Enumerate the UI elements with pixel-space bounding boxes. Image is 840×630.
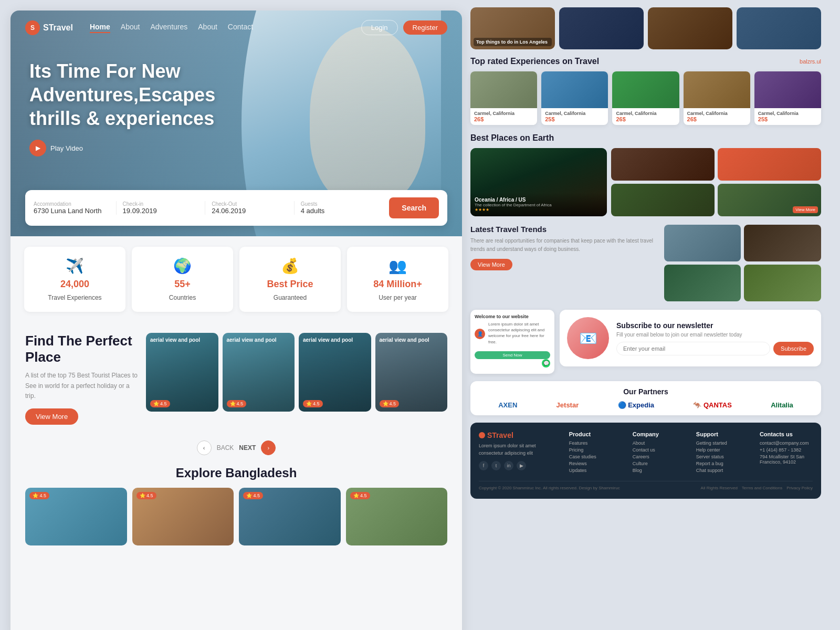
explore-title: Explore Bangladesh xyxy=(25,466,447,480)
footer-support-report-bug[interactable]: Report a bug xyxy=(696,461,749,466)
newsletter-form: Subscribe xyxy=(616,342,814,355)
footer-product-reviews[interactable]: Reviews xyxy=(569,461,622,466)
stat-num-3: 84 Million+ xyxy=(373,279,422,290)
footer-contacts-title: Contacts us xyxy=(760,431,813,437)
footer-copyright: Copyright © 2020 Shammiruc Inc. All righ… xyxy=(479,486,620,490)
best-places-header: Best Places on Earth xyxy=(470,133,821,143)
explore-rating-2: ⭐ 4.5 xyxy=(243,492,263,499)
register-button[interactable]: Register xyxy=(403,20,447,35)
twitter-icon[interactable]: t xyxy=(491,461,501,470)
partners-section: Our Partners AXEN Jetstar 🔵 Expedia 🦘 QA… xyxy=(470,381,821,415)
rated-card-img-1 xyxy=(541,71,608,108)
best-main-subtitle: The collection of the Department of Afri… xyxy=(475,203,603,207)
footer-company-about[interactable]: About xyxy=(633,440,686,446)
search-bar: Accommodation 6730 Luna Land North Check… xyxy=(25,190,447,226)
footer-top: STravel Lorem ipsum dolor sit amet conse… xyxy=(479,431,813,475)
find-view-more-button[interactable]: View More xyxy=(25,408,78,425)
login-button[interactable]: Login xyxy=(361,20,398,35)
place-card-0: aerial view and pool ⭐ 4.5 xyxy=(146,333,218,412)
footer-contacts-email[interactable]: contact@company.com xyxy=(760,440,813,446)
main-panel: S STravel Home About Adventures About Co… xyxy=(10,10,462,630)
view-more-button[interactable]: View More xyxy=(793,206,818,213)
best-main-title: Oceania / Africa / US xyxy=(475,197,603,203)
place-card-label-1: aerial view and pool xyxy=(227,337,291,343)
footer-privacy[interactable]: Privacy Policy xyxy=(786,486,813,490)
top-rated-title: Top rated Experiences on Travel xyxy=(470,57,599,66)
place-card-label-2: aerial view and pool xyxy=(303,337,367,343)
footer-description: Lorem ipsum dolor sit amet consectetur a… xyxy=(479,443,559,457)
chat-message: Lorem ipsum dolor sit amet consectetur a… xyxy=(488,321,550,345)
trends-view-more-button[interactable]: View More xyxy=(470,259,512,270)
footer-support-server-status[interactable]: Server status xyxy=(696,454,749,459)
place-card-label-3: aerial view and pool xyxy=(380,337,444,343)
top-rated-more[interactable]: balzrs.ul xyxy=(800,58,821,65)
footer-contacts-address: 794 Mcallister St San Francisco, 94102 xyxy=(760,454,813,465)
checkout-value[interactable]: 24.06.2019 xyxy=(212,207,288,215)
place-card-1: aerial view and pool ⭐ 4.5 xyxy=(223,333,295,412)
top-rated-section: Top rated Experiences on Travel balzrs.u… xyxy=(470,57,821,125)
chat-send-button[interactable]: Send Now xyxy=(475,351,550,359)
rated-cards-container: Carmel, California 26$ Carmel, Californi… xyxy=(470,71,821,125)
footer-product-case-studies[interactable]: Case studies xyxy=(569,454,622,459)
trends-title: Latest Travel Trends xyxy=(470,225,659,234)
footer-product-pricing[interactable]: Pricing xyxy=(569,447,622,453)
nav-link-home[interactable]: Home xyxy=(90,23,110,33)
footer-support-chat[interactable]: Chat support xyxy=(696,468,749,473)
nav-link-contact[interactable]: Contact xyxy=(228,23,253,33)
trend-img-2 xyxy=(664,265,741,301)
nav-link-adventures[interactable]: Adventures xyxy=(150,23,187,33)
footer-support-help-center[interactable]: Help center xyxy=(696,447,749,453)
top-rated-header: Top rated Experiences on Travel balzrs.u… xyxy=(470,57,821,66)
stat-travel-experiences: ✈️ 24,000 Travel Experiences xyxy=(24,247,125,312)
footer-contacts-phone[interactable]: +1 (414) 857 - 1382 xyxy=(760,447,813,453)
footer-product-features[interactable]: Features xyxy=(569,440,622,446)
rated-price-2: 26$ xyxy=(616,116,675,122)
footer-terms[interactable]: Terms and Conditions xyxy=(742,486,782,490)
instagram-icon[interactable]: in xyxy=(504,461,513,470)
nav-link-about1[interactable]: About xyxy=(121,23,140,33)
logo-text: STravel xyxy=(43,23,73,33)
footer-company-careers[interactable]: Careers xyxy=(633,454,686,459)
partner-jetstar: Jetstar xyxy=(556,401,579,409)
top-articles: Top things to do in Los Angeles xyxy=(470,7,821,49)
footer-support-title: Support xyxy=(696,431,749,437)
trends-left-content: Latest Travel Trends There are real oppo… xyxy=(470,225,659,301)
place-card-rating-3: ⭐ 4.5 xyxy=(380,400,400,407)
guests-value[interactable]: 4 adults xyxy=(301,207,377,215)
footer-all-rights[interactable]: All Rights Reserved xyxy=(701,486,738,490)
find-title: Find The Perfect Place xyxy=(25,333,141,365)
footer-company-contact[interactable]: Contact us xyxy=(633,447,686,453)
footer-company-col: Company About Contact us Careers Culture… xyxy=(633,431,686,475)
newsletter-email-input[interactable] xyxy=(616,342,770,355)
nav-link-about2[interactable]: About xyxy=(198,23,217,33)
explore-rating-0: ⭐ 4.5 xyxy=(29,492,49,499)
play-label: Play Video xyxy=(50,144,83,152)
facebook-icon[interactable]: f xyxy=(479,461,488,470)
newsletter-submit-button[interactable]: Subscribe xyxy=(773,342,814,355)
youtube-icon[interactable]: ▶ xyxy=(517,461,526,470)
footer-product-updates[interactable]: Updates xyxy=(569,468,622,473)
footer-legal: All Rights Reserved Terms and Conditions… xyxy=(701,486,813,490)
carousel-nav: ‹ BACK NEXT › xyxy=(10,440,462,455)
best-small-2 xyxy=(611,184,715,216)
whatsapp-icon[interactable]: 💬 xyxy=(542,359,550,368)
newsletter-illustration: 📧 xyxy=(567,317,609,359)
stats-section: ✈️ 24,000 Travel Experiences 🌍 55+ Count… xyxy=(10,247,462,312)
play-video-button[interactable]: ▶ Play Video xyxy=(29,140,443,156)
article-card-0: Top things to do in Los Angeles xyxy=(470,7,555,49)
back-button[interactable]: ‹ xyxy=(197,440,212,455)
footer-company-culture[interactable]: Culture xyxy=(633,461,686,466)
checkout-label: Check-Out xyxy=(212,201,288,207)
partners-title: Our Partners xyxy=(479,387,813,396)
checkin-field: Check-in 19.09.2019 xyxy=(123,201,206,215)
next-button[interactable]: › xyxy=(261,440,276,455)
rated-location-1: Carmel, California xyxy=(545,111,604,116)
newsletter-description: Fill your email below to join our email … xyxy=(616,332,814,338)
footer-support-getting-started[interactable]: Getting started xyxy=(696,440,749,446)
checkin-value[interactable]: 19.09.2019 xyxy=(123,207,199,215)
checkout-field: Check-Out 24.06.2019 xyxy=(212,201,295,215)
accommodation-value[interactable]: 6730 Luna Land North xyxy=(34,207,110,215)
footer-company-blog[interactable]: Blog xyxy=(633,468,686,473)
find-section: Find The Perfect Place A list of the top… xyxy=(10,322,462,435)
search-button[interactable]: Search xyxy=(389,197,439,218)
